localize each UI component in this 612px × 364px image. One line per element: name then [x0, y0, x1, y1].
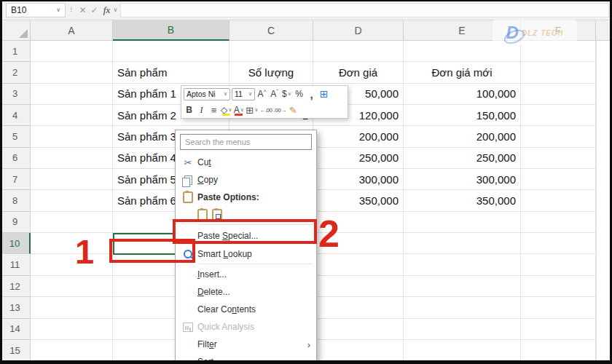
cell-C2[interactable]: Số lượng [230, 62, 313, 83]
comma-style-icon[interactable]: , [306, 87, 317, 100]
row-header-3[interactable]: 3 [0, 84, 31, 105]
cancel-icon[interactable]: ✕ [77, 5, 89, 15]
cell-A4[interactable] [31, 105, 113, 126]
cell-A15[interactable] [31, 340, 113, 361]
cell-F9[interactable] [521, 212, 596, 233]
cell-D13[interactable] [313, 297, 404, 318]
cell-E10[interactable] [404, 233, 521, 254]
column-header-D[interactable]: D [313, 20, 404, 41]
cell-A14[interactable] [31, 319, 113, 340]
menu-item-delete[interactable]: Delete... [176, 283, 316, 301]
row-header-9[interactable]: 9 [0, 212, 31, 233]
row-header-6[interactable]: 6 [0, 148, 31, 169]
cell-F14[interactable] [521, 319, 596, 340]
cell-F3[interactable] [521, 84, 596, 105]
cell-A7[interactable] [31, 169, 113, 190]
cell-F15[interactable] [521, 340, 596, 361]
cell-D5[interactable]: 200,000 [313, 126, 404, 147]
cell-D7[interactable]: 300,000 [313, 169, 404, 190]
cell-A5[interactable] [31, 126, 113, 147]
cell-F2[interactable] [521, 62, 596, 83]
font-size-select[interactable]: 11 ∨ [232, 88, 255, 100]
menu-item-copy[interactable]: Copy [176, 171, 316, 189]
row-header-14[interactable]: 14 [0, 319, 31, 340]
cell-F6[interactable] [521, 148, 596, 169]
cell-E4[interactable]: 150,000 [404, 105, 521, 126]
cell-F12[interactable] [521, 276, 596, 297]
cell-D2[interactable]: Đơn giá [313, 62, 404, 83]
cell-E2[interactable]: Đơn giá mới [404, 62, 521, 83]
cell-A8[interactable] [31, 190, 113, 211]
search-input[interactable] [180, 134, 312, 150]
cell-F4[interactable] [521, 105, 596, 126]
cell-A12[interactable] [31, 276, 113, 297]
insert-function-icon[interactable]: fx [101, 4, 114, 16]
fill-color-icon[interactable]: ◇∨ [221, 103, 232, 116]
row-header-13[interactable]: 13 [0, 297, 31, 318]
row-header-1[interactable]: 1 [0, 41, 31, 62]
menu-item-cut[interactable]: ✂Cut [176, 154, 316, 171]
row-header-15[interactable]: 15 [0, 340, 31, 361]
formula-input[interactable] [120, 3, 609, 17]
cell-E14[interactable] [404, 319, 521, 340]
accounting-format-icon[interactable]: $∨ [281, 87, 292, 100]
row-header-4[interactable]: 4 [0, 105, 31, 126]
cell-E9[interactable] [404, 212, 521, 233]
cell-D14[interactable] [313, 319, 404, 340]
cell-D1[interactable] [313, 41, 404, 62]
cell-F10[interactable] [521, 233, 596, 254]
cell-D15[interactable] [313, 340, 404, 361]
cell-E11[interactable] [404, 255, 521, 276]
row-header-11[interactable]: 11 [0, 255, 31, 276]
cell-B2[interactable]: Sản phẩm [113, 62, 230, 83]
cell-E15[interactable] [404, 340, 521, 361]
cell-C1[interactable] [230, 41, 313, 62]
menu-item-clear-contents[interactable]: Clear Contents [176, 301, 316, 318]
cell-A11[interactable] [31, 255, 113, 276]
cell-F5[interactable] [521, 126, 596, 147]
row-header-12[interactable]: 12 [0, 276, 31, 297]
row-header-5[interactable]: 5 [0, 126, 31, 147]
cell-D12[interactable] [313, 276, 404, 297]
increase-decimal-icon[interactable]: ←.00 [259, 103, 272, 116]
cell-E3[interactable]: 100,000 [404, 84, 521, 105]
cell-A6[interactable] [31, 148, 113, 169]
cell-D11[interactable] [313, 255, 404, 276]
cell-A2[interactable] [31, 62, 113, 83]
align-icon[interactable]: ≡ [208, 103, 219, 116]
cell-B1[interactable] [113, 41, 230, 62]
column-header-C[interactable]: C [230, 20, 313, 41]
menu-item-paste-options[interactable]: Paste Options: [176, 189, 316, 206]
cell-E8[interactable]: 350,000 [404, 190, 521, 211]
font-increase-icon[interactable]: A^ [256, 87, 267, 100]
cell-F13[interactable] [521, 297, 596, 318]
column-header-A[interactable]: A [31, 20, 113, 41]
row-header-2[interactable]: 2 [0, 62, 31, 83]
format-painter-icon[interactable]: ✎ [288, 103, 299, 116]
cell-A10[interactable] [31, 233, 113, 254]
cell-A1[interactable] [31, 41, 113, 62]
cell-F8[interactable] [521, 190, 596, 211]
enter-icon[interactable]: ✓ [89, 5, 101, 15]
menu-item-insert[interactable]: Insert... [176, 266, 316, 283]
cell-D8[interactable]: 350,000 [313, 190, 404, 211]
row-header-7[interactable]: 7 [0, 169, 31, 190]
menu-item-filter[interactable]: Filter› [176, 336, 316, 353]
borders-icon[interactable]: ⊞∨ [246, 103, 258, 116]
cell-E7[interactable]: 300,000 [404, 169, 521, 190]
cell-E5[interactable]: 200,000 [404, 126, 521, 147]
cell-F11[interactable] [521, 255, 596, 276]
cell-E12[interactable] [404, 276, 521, 297]
cell-D6[interactable]: 250,000 [313, 148, 404, 169]
font-name-select[interactable]: Aptos Ni ∨ [184, 88, 230, 100]
cell-A3[interactable] [31, 84, 113, 105]
decrease-decimal-icon[interactable]: .00→ [274, 103, 286, 116]
cell-E13[interactable] [404, 297, 521, 318]
menu-item-smart-lookup[interactable]: Smart Lookup [176, 245, 316, 263]
percent-style-icon[interactable]: % [294, 87, 305, 100]
table-format-icon[interactable]: ⊞ [318, 87, 329, 100]
font-decrease-icon[interactable]: Aˇ [269, 87, 280, 100]
cell-A13[interactable] [31, 297, 113, 318]
column-header-B[interactable]: B [113, 20, 230, 41]
select-all-button[interactable] [0, 20, 31, 41]
